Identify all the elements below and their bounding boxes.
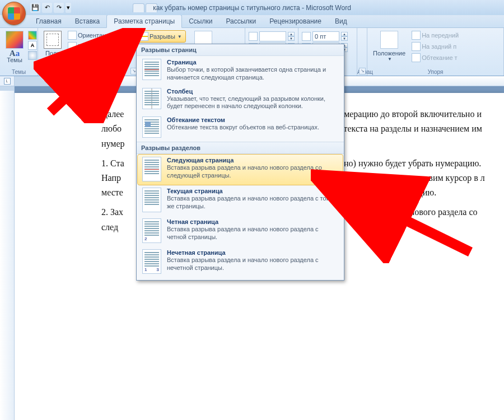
margins-button[interactable]: Поля ▼: [41, 30, 64, 63]
page-break-icon: [142, 59, 161, 80]
columns-button[interactable]: Колонки: [66, 52, 121, 63]
spacing-before-icon: [302, 32, 311, 41]
tab-review[interactable]: Рецензирование: [263, 15, 328, 27]
break-item-textwrap[interactable]: Обтекание текстом Обтекание текста вокру…: [138, 114, 343, 141]
spacing-before-input[interactable]: 0 пт: [312, 31, 339, 41]
margins-icon: [44, 31, 62, 49]
even-page-section-icon: 2: [142, 218, 161, 243]
spinner-up[interactable]: ▲: [341, 32, 348, 36]
breaks-icon: [139, 32, 148, 41]
breaks-dropdown: Разрывы страниц Страница Выбор точки, в …: [136, 44, 344, 281]
size-icon: [68, 42, 77, 51]
break-item-continuous[interactable]: Текущая страница Вставка разрыва раздела…: [138, 185, 343, 216]
theme-fonts-icon[interactable]: A: [28, 41, 37, 50]
theme-colors-icon[interactable]: [28, 31, 37, 40]
ruler-corner[interactable]: L: [0, 76, 15, 86]
tab-mailings[interactable]: Рассылки: [219, 15, 263, 27]
group-label-themes: Темы: [0, 69, 38, 75]
position-button[interactable]: Положение▼: [371, 30, 408, 63]
save-icon[interactable]: 💾: [30, 3, 40, 13]
group-label-page-setup: Параметры: [38, 69, 138, 75]
indent-left-input[interactable]: [259, 31, 286, 41]
qat-customize-icon[interactable]: ▾: [66, 3, 71, 13]
quick-access-toolbar: 💾 ↶ ↷ ▾: [30, 3, 71, 13]
theme-effects-icon[interactable]: [28, 51, 37, 60]
odd-page-section-icon: 13: [142, 249, 161, 274]
themes-icon: [6, 31, 24, 49]
bring-front-button[interactable]: На передний: [410, 30, 460, 41]
column-break-icon: [142, 88, 161, 109]
indent-left-row: ▲▼: [249, 31, 295, 42]
paragraph-dialog-launcher[interactable]: ↘: [359, 68, 366, 74]
break-item-even-page[interactable]: 2 Четная страница Вставка разрыва раздел…: [138, 216, 343, 246]
ribbon-tabs: Главная Вставка Разметка страницы Ссылки…: [0, 15, 504, 28]
break-item-column[interactable]: Столбец Указывает, что текст, следующий …: [138, 86, 343, 114]
spinner-up[interactable]: ▲: [288, 32, 295, 36]
break-item-odd-page[interactable]: 13 Нечетная страница Вставка разрыва раз…: [138, 247, 343, 277]
breaks-section-section: Разрывы разделов: [137, 142, 344, 154]
tab-home[interactable]: Главная: [29, 15, 68, 27]
window-title: как убрать номер страницы с титульного л…: [153, 4, 351, 12]
size-button[interactable]: Размер: [66, 41, 121, 52]
tab-view[interactable]: Вид: [328, 15, 354, 27]
text-wrap-icon: [412, 53, 421, 62]
textwrap-break-icon: [142, 116, 161, 138]
redo-icon[interactable]: ↷: [54, 3, 64, 13]
indent-left-icon: [249, 32, 258, 41]
send-back-icon: [412, 42, 421, 51]
text-wrap-button[interactable]: Обтекание т: [410, 52, 460, 63]
break-item-next-page[interactable]: Следующая страница Вставка разрыва разде…: [138, 155, 343, 185]
spinner-down[interactable]: ▼: [288, 36, 295, 41]
columns-icon: [68, 53, 77, 62]
bring-front-icon: [412, 31, 421, 40]
break-item-page[interactable]: Страница Выбор точки, в которой заканчив…: [138, 57, 343, 85]
next-page-section-icon: [142, 157, 161, 181]
breaks-button[interactable]: Разрывы▼: [136, 31, 185, 42]
continuous-section-icon: [142, 188, 161, 212]
spinner-down[interactable]: ▼: [341, 36, 348, 41]
tab-page-layout[interactable]: Разметка страницы: [106, 15, 182, 28]
tab-references[interactable]: Ссылки: [182, 15, 219, 27]
office-button[interactable]: [2, 2, 26, 25]
tab-insert[interactable]: Вставка: [68, 15, 107, 27]
group-label-arrange: Упоря: [367, 69, 503, 75]
orientation-icon: [68, 31, 77, 40]
orientation-button[interactable]: Ориентация▼: [66, 30, 121, 41]
titlebar: 💾 ↶ ↷ ▾ как убрать номер страницы с титу…: [0, 0, 504, 15]
undo-icon[interactable]: ↶: [42, 3, 52, 13]
position-icon: [380, 31, 398, 49]
themes-button[interactable]: Aa Темы: [3, 30, 26, 64]
send-back-button[interactable]: На задний п: [410, 41, 460, 52]
window-tab[interactable]: [133, 3, 144, 12]
breaks-section-page: Разрывы страниц: [137, 44, 344, 56]
vertical-ruler[interactable]: [0, 86, 15, 420]
